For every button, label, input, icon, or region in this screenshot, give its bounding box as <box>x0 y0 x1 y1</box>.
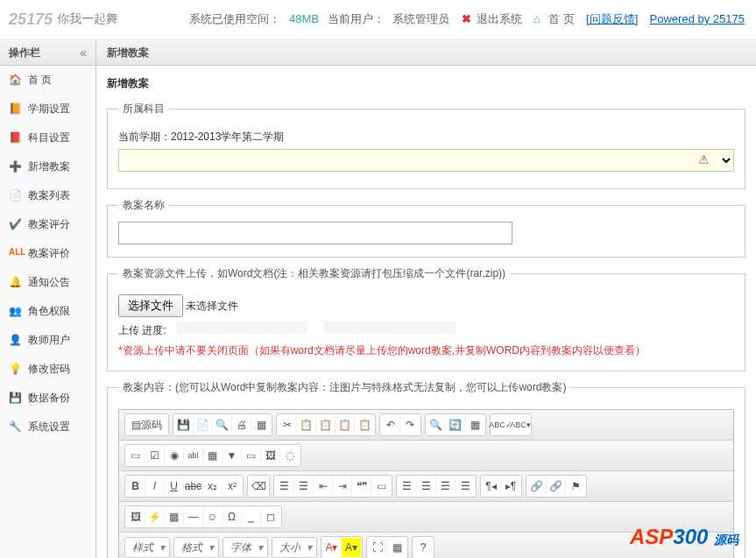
selectall-icon[interactable]: ▦ <box>465 415 484 434</box>
align-left-icon[interactable]: ☰ <box>398 477 417 496</box>
bullist-icon[interactable]: ☰ <box>294 477 314 496</box>
sidebar-item-planlist[interactable]: 📄教案列表 <box>0 181 95 210</box>
button-icon[interactable]: ▭ <box>242 446 261 465</box>
home-icon: ⌂ <box>533 12 541 25</box>
sidebar-item-role[interactable]: 👥角色权限 <box>0 297 95 326</box>
bulb-icon: 💡 <box>9 363 23 377</box>
undo-icon[interactable]: ↶ <box>381 415 400 434</box>
template-icon[interactable]: ▦ <box>251 415 271 434</box>
iframe-icon[interactable]: ◻ <box>261 507 280 526</box>
showblocks-icon[interactable]: ▦ <box>387 538 406 557</box>
print-icon[interactable]: 🖨 <box>232 415 251 434</box>
checkbox-icon[interactable]: ☑ <box>145 446 165 465</box>
book-icon: 📙 <box>9 102 23 117</box>
page-title: 新增教案 <box>107 76 745 91</box>
content-header: 新增教案 <box>96 39 756 66</box>
size-select[interactable]: 大小 <box>272 537 317 558</box>
choose-file-button[interactable]: 选择文件 <box>118 294 183 317</box>
div-icon[interactable]: ▭ <box>371 477 391 496</box>
align-center-icon[interactable]: ☰ <box>417 477 436 496</box>
textfield-icon[interactable]: abl <box>184 446 203 465</box>
copy-icon[interactable]: 📋 <box>297 415 316 434</box>
paste-word-icon[interactable]: 📋 <box>355 415 374 434</box>
sidebar-item-label: 通知公告 <box>28 275 70 290</box>
pagebreak-icon[interactable]: ⎯ <box>242 507 261 526</box>
paste-text-icon[interactable]: 📋 <box>336 415 355 434</box>
sidebar-item-eval[interactable]: ALL教案评价 <box>0 239 95 268</box>
maximize-icon[interactable]: ⛶ <box>368 538 387 557</box>
italic-icon[interactable]: I <box>145 477 165 496</box>
specialchar-icon[interactable]: Ω <box>223 507 242 526</box>
scayt-icon[interactable]: ABC▾ <box>511 415 530 434</box>
indent-icon[interactable]: ⇥ <box>333 477 352 496</box>
sidebar-item-term[interactable]: 📙学期设置 <box>0 95 95 124</box>
toolbar-row-2: ▭☑◉abl▦▼▭🖼◌ <box>119 441 733 471</box>
cut-icon[interactable]: ✂ <box>278 415 297 434</box>
outdent-icon[interactable]: ⇤ <box>314 477 333 496</box>
link-icon[interactable]: 🔗 <box>527 477 547 496</box>
sidebar-item-newplan[interactable]: ➕新增教案 <box>0 152 95 181</box>
underline-icon[interactable]: U <box>165 477 184 496</box>
newpage-icon[interactable]: 📄 <box>194 415 213 434</box>
bold-icon[interactable]: B <box>126 477 145 496</box>
wm-2: 300 <box>673 525 708 548</box>
replace-icon[interactable]: 🔄 <box>446 415 465 434</box>
subscript-icon[interactable]: x₂ <box>203 477 223 496</box>
imagebutton-icon[interactable]: 🖼 <box>261 446 280 465</box>
rtl-icon[interactable]: ▸¶ <box>501 477 520 496</box>
hr-icon[interactable]: — <box>184 507 203 526</box>
ltr-icon[interactable]: ¶◂ <box>482 477 501 496</box>
form-icon[interactable]: ▭ <box>126 446 145 465</box>
collapse-icon[interactable]: « <box>80 39 87 65</box>
sidebar-item-subject[interactable]: 📕科目设置 <box>0 124 95 152</box>
align-justify-icon[interactable]: ☰ <box>456 477 475 496</box>
paste-icon[interactable]: 📋 <box>316 415 336 434</box>
powered-link[interactable]: Powered by 25175 <box>650 12 745 25</box>
preview-icon[interactable]: 🔍 <box>213 415 232 434</box>
radio-icon[interactable]: ◉ <box>165 446 184 465</box>
subject-select[interactable] <box>118 149 734 172</box>
anchor-icon[interactable]: ⚑ <box>566 477 585 496</box>
smiley-icon[interactable]: ☺ <box>203 507 223 526</box>
bgcolor-icon[interactable]: A▾ <box>342 538 361 557</box>
strike-icon[interactable]: abc <box>184 477 203 496</box>
redo-icon[interactable]: ↷ <box>400 415 420 434</box>
sidebar-item-backup[interactable]: 💾数据备份 <box>0 384 95 413</box>
home-link[interactable]: 首 页 <box>548 12 575 25</box>
sidebar-item-teacher[interactable]: 👤教师用户 <box>0 326 95 355</box>
feedback-link[interactable]: [问题反馈] <box>586 12 638 25</box>
sidebar-item-pwd[interactable]: 💡修改密码 <box>0 355 95 384</box>
superscript-icon[interactable]: x² <box>223 477 242 496</box>
list-icon: 📄 <box>9 189 23 203</box>
font-select[interactable]: 字体 <box>223 537 268 558</box>
sidebar-item-notice[interactable]: 🔔通知公告 <box>0 268 95 297</box>
style-select[interactable]: 样式 <box>124 537 170 558</box>
format-select[interactable]: 格式 <box>173 537 219 558</box>
image-icon[interactable]: 🖼 <box>126 507 145 526</box>
sidebar-item-score[interactable]: ✔️教案评分 <box>0 210 95 239</box>
unlink-icon[interactable]: 🔗 <box>547 477 566 496</box>
removeformat-icon[interactable]: ⌫ <box>249 477 268 496</box>
hidden-icon[interactable]: ◌ <box>280 446 300 465</box>
flash-icon[interactable]: ⚡ <box>145 507 165 526</box>
logout-link[interactable]: 退出系统 <box>477 12 522 25</box>
source-button[interactable]: ▤ 源码 <box>126 415 167 434</box>
sidebar-item-home[interactable]: 🏠首 页 <box>0 66 95 95</box>
textarea-icon[interactable]: ▦ <box>203 446 223 465</box>
plan-name-input[interactable] <box>118 222 512 244</box>
watermark: ASP300 源码 <box>630 525 738 549</box>
textcolor-icon[interactable]: A▾ <box>322 538 342 557</box>
sidebar-item-settings[interactable]: 🔧系统设置 <box>0 413 95 441</box>
align-right-icon[interactable]: ☰ <box>436 477 456 496</box>
numlist-icon[interactable]: ☰ <box>275 477 294 496</box>
table-icon[interactable]: ▦ <box>165 507 184 526</box>
progress-label: 上传 进度: <box>118 324 166 336</box>
spellcheck-icon[interactable]: ABC✓ <box>491 415 511 434</box>
about-icon[interactable]: ? <box>413 538 433 557</box>
select-icon[interactable]: ▼ <box>223 446 242 465</box>
sidebar-item-label: 数据备份 <box>28 391 70 406</box>
blockquote-icon[interactable]: ❝❞ <box>352 477 371 496</box>
find-icon[interactable]: 🔍 <box>427 415 446 434</box>
legend-name: 教案名称 <box>118 198 169 213</box>
save-icon[interactable]: 💾 <box>174 415 194 434</box>
